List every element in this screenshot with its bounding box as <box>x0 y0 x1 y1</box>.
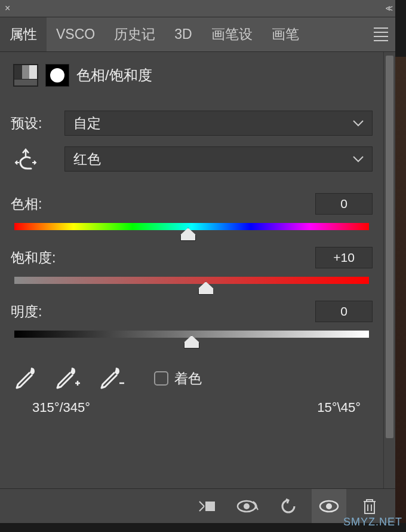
channel-value: 红色 <box>73 150 101 169</box>
hue-slider-thumb[interactable] <box>180 228 196 241</box>
panel-tabs: 属性 VSCO 历史记 3D 画笔设 画笔 <box>0 17 395 52</box>
colorize-checkbox[interactable] <box>154 371 168 386</box>
toggle-visibility-button[interactable] <box>312 489 346 523</box>
tab-properties[interactable]: 属性 <box>0 17 47 51</box>
reset-button[interactable] <box>271 489 306 523</box>
chevron-down-icon <box>353 155 364 163</box>
tab-vsco[interactable]: VSCO <box>47 17 104 51</box>
scrubby-adjust-icon[interactable] <box>11 147 41 171</box>
preset-dropdown[interactable]: 自定 <box>64 111 373 136</box>
view-previous-state-button[interactable] <box>230 489 265 523</box>
panel-scrollbar[interactable] <box>383 52 395 488</box>
preset-label: 预设: <box>11 114 64 133</box>
svg-rect-0 <box>205 502 215 511</box>
tab-history[interactable]: 历史记 <box>104 17 165 51</box>
saturation-slider-track[interactable] <box>14 277 369 284</box>
range-left-value: 315°/345° <box>32 400 90 415</box>
hue-value-input[interactable]: 0 <box>315 193 373 215</box>
tab-brush[interactable]: 画笔 <box>262 17 309 51</box>
svg-point-2 <box>244 503 250 509</box>
adjustment-title: 色相/饱和度 <box>76 66 152 85</box>
eyedropper-subtract-icon[interactable] <box>98 365 125 392</box>
adjacent-panel-edge <box>395 57 406 523</box>
eyedropper-add-icon[interactable] <box>54 365 81 392</box>
lightness-label: 明度: <box>11 302 42 321</box>
lightness-slider-thumb[interactable] <box>184 335 199 348</box>
chevron-down-icon <box>353 120 364 127</box>
close-panel-button[interactable]: × <box>5 3 10 14</box>
layer-mask-icon[interactable] <box>45 64 69 87</box>
preset-value: 自定 <box>73 114 101 133</box>
tab-brush-settings[interactable]: 画笔设 <box>202 17 262 51</box>
lightness-slider-track[interactable] <box>14 331 369 338</box>
collapse-panel-button[interactable]: << <box>386 4 390 13</box>
saturation-value-input[interactable]: +10 <box>315 247 373 268</box>
lightness-value-input[interactable]: 0 <box>315 301 373 322</box>
eyedropper-icon[interactable] <box>13 365 37 392</box>
panel-menu-button[interactable] <box>374 27 388 41</box>
range-right-value: 15°\45° <box>317 400 361 415</box>
svg-point-4 <box>326 503 332 509</box>
tab-3d[interactable]: 3D <box>165 17 201 51</box>
clip-to-layer-button[interactable] <box>190 489 224 523</box>
channel-dropdown[interactable]: 红色 <box>64 146 373 172</box>
scrollbar-thumb[interactable] <box>386 56 393 438</box>
hue-label: 色相: <box>11 195 42 213</box>
saturation-slider-thumb[interactable] <box>198 282 214 295</box>
watermark-text: SMYZ.NET <box>343 516 402 528</box>
saturation-label: 饱和度: <box>11 249 56 267</box>
colorize-label: 着色 <box>174 369 202 388</box>
hue-slider-track[interactable] <box>14 223 369 230</box>
adjustment-type-icon <box>13 64 38 87</box>
